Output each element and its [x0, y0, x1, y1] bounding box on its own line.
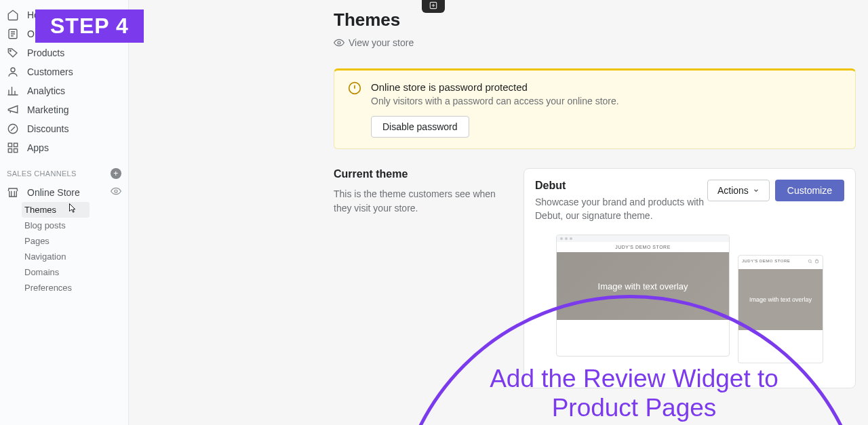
subnav-blog-posts[interactable]: Blog posts	[24, 218, 128, 233]
subnav-label: Themes	[24, 205, 56, 215]
subnav-label: Navigation	[24, 251, 66, 262]
svg-rect-8	[14, 149, 18, 153]
store-icon	[7, 186, 19, 199]
eye-icon	[334, 37, 344, 48]
theme-desc: Showcase your brand and products with De…	[535, 196, 707, 222]
analytics-icon	[7, 85, 19, 97]
actions-button[interactable]: Actions	[707, 180, 770, 201]
subnav-label: Domains	[24, 267, 59, 277]
sidebar-item-label: Products	[27, 47, 64, 58]
sidebar: Home Orders Products Customers Analytics…	[0, 0, 129, 425]
sidebar-item-online-store[interactable]: Online Store	[0, 183, 111, 202]
view-store-icon[interactable]	[111, 186, 121, 199]
subnav-themes[interactable]: Themes	[22, 202, 90, 218]
discounts-icon	[7, 123, 19, 135]
home-icon	[7, 9, 19, 21]
apps-icon	[7, 142, 19, 154]
step-badge: STEP 4	[35, 9, 144, 43]
preview-mobile-store-name: JUDY'S DEMO STORE	[742, 259, 790, 264]
sidebar-item-analytics[interactable]: Analytics	[0, 81, 128, 100]
subnav-navigation[interactable]: Navigation	[24, 249, 128, 264]
products-icon	[7, 47, 19, 59]
mobile-header-icons	[808, 259, 819, 264]
subnav-label: Preferences	[24, 283, 72, 293]
subnav-domains[interactable]: Domains	[24, 264, 128, 280]
svg-point-10	[338, 41, 340, 44]
disable-password-button[interactable]: Disable password	[371, 116, 469, 138]
sidebar-item-label: Marketing	[27, 104, 68, 115]
sidebar-item-label: Analytics	[27, 85, 65, 96]
alert-title: Online store is password protected	[371, 81, 619, 93]
main-content: Themes View your store Online store is p…	[334, 9, 856, 425]
subnav-pages[interactable]: Pages	[24, 233, 128, 249]
subnav-label: Pages	[24, 236, 50, 246]
orders-icon	[7, 28, 19, 40]
sidebar-item-label: Discounts	[27, 123, 68, 134]
current-theme-desc: This is the theme customers see when the…	[334, 187, 510, 216]
preview-mobile-hero-text: Image with text overlay	[738, 269, 823, 330]
customers-icon	[7, 66, 19, 78]
svg-point-9	[115, 190, 117, 193]
preview-mobile: JUDY'S DEMO STORE Image with text overla…	[738, 255, 823, 363]
channels-header-label: SALES CHANNELS	[7, 169, 77, 178]
sidebar-item-customers[interactable]: Customers	[0, 62, 128, 81]
subnav-label: Blog posts	[24, 220, 66, 230]
preview-hero-text: Image with text overlay	[557, 252, 729, 320]
sidebar-item-apps[interactable]: Apps	[0, 138, 128, 157]
sidebar-item-label: Customers	[27, 66, 73, 77]
view-store-label: View your store	[349, 37, 414, 48]
subnav-preferences[interactable]: Preferences	[24, 280, 128, 296]
sidebar-item-products[interactable]: Products	[0, 43, 128, 62]
chevron-down-icon	[753, 187, 760, 194]
sidebar-item-marketing[interactable]: Marketing	[0, 100, 128, 119]
actions-label: Actions	[717, 185, 749, 196]
view-store-link[interactable]: View your store	[334, 37, 856, 48]
svg-point-3	[11, 68, 15, 72]
svg-rect-6	[14, 143, 18, 146]
page-title: Themes	[334, 9, 856, 31]
preview-chrome	[557, 235, 729, 242]
svg-rect-7	[8, 149, 12, 153]
svg-rect-5	[8, 143, 12, 146]
preview-store-name: JUDY'S DEMO STORE	[557, 242, 729, 252]
sidebar-item-discounts[interactable]: Discounts	[0, 119, 128, 138]
warning-icon	[348, 81, 361, 98]
svg-point-2	[9, 50, 11, 52]
theme-name: Debut	[535, 180, 707, 192]
sidebar-item-label: Online Store	[27, 187, 80, 198]
marketing-icon	[7, 104, 19, 116]
theme-card: Debut Showcase your brand and products w…	[524, 168, 856, 388]
preview-desktop: JUDY'S DEMO STORE Image with text overla…	[556, 235, 730, 357]
add-channel-button[interactable]: +	[111, 168, 121, 179]
sidebar-item-label: Apps	[27, 142, 49, 153]
svg-point-12	[808, 260, 811, 262]
alert-desc: Only visitors with a password can access…	[371, 96, 619, 106]
password-alert: Online store is password protected Only …	[334, 68, 856, 149]
customize-button[interactable]: Customize	[775, 180, 844, 201]
theme-preview: JUDY'S DEMO STORE Image with text overla…	[535, 235, 844, 377]
channels-header: SALES CHANNELS +	[0, 157, 128, 183]
current-theme-heading: Current theme	[334, 168, 510, 180]
